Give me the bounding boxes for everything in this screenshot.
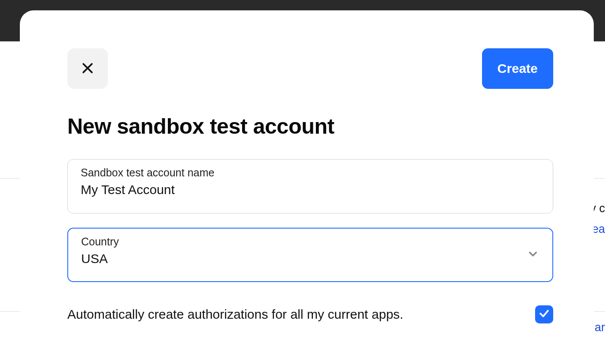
close-button[interactable] (67, 48, 108, 89)
chevron-down-icon (526, 248, 539, 262)
account-name-field[interactable]: Sandbox test account name (67, 159, 553, 213)
account-name-input[interactable] (81, 182, 540, 197)
account-name-label: Sandbox test account name (81, 166, 540, 179)
auto-authorize-checkbox[interactable] (535, 305, 553, 323)
check-icon (539, 308, 550, 321)
new-sandbox-account-modal: Create New sandbox test account Sandbox … (20, 10, 594, 351)
create-button-label: Create (498, 61, 538, 76)
auto-authorize-row: Automatically create authorizations for … (67, 305, 553, 323)
country-select[interactable]: Country USA (67, 228, 553, 282)
auto-authorize-label: Automatically create authorizations for … (67, 307, 403, 322)
modal-title: New sandbox test account (67, 114, 334, 139)
country-label: Country (81, 235, 539, 248)
create-button[interactable]: Create (482, 48, 553, 89)
close-icon (80, 61, 95, 77)
backdrop-link-fragment: ar (595, 321, 605, 334)
country-value: USA (81, 251, 539, 266)
